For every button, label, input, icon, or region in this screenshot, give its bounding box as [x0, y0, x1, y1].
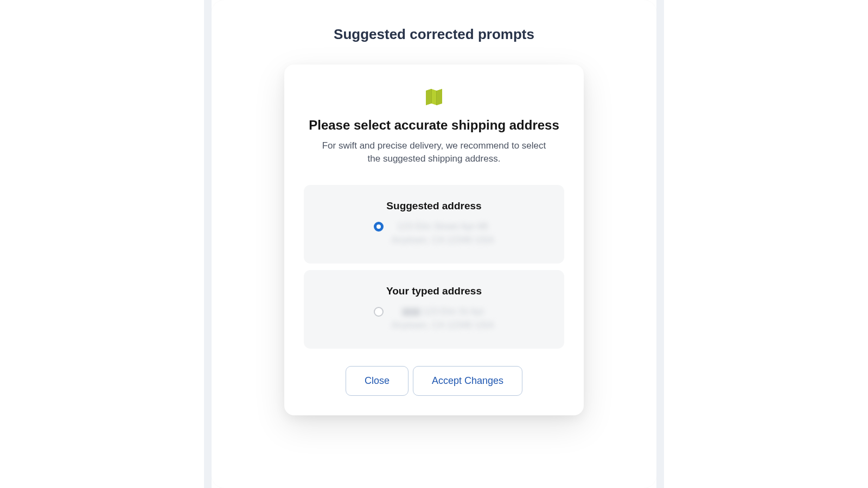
page-background: Suggested corrected prompts Please selec…	[0, 0, 868, 488]
suggested-address-title: Suggested address	[319, 200, 549, 212]
close-button[interactable]: Close	[346, 366, 409, 396]
typed-address-option[interactable]: Your typed address 123 Elm St Apt Anytow…	[304, 270, 564, 349]
typed-address-text: 123 Elm St Apt Anytown, CA 12345 USA	[391, 305, 494, 332]
map-icon	[304, 86, 564, 108]
panel-edge-left	[204, 0, 212, 488]
modal-subtext: For swift and precise delivery, we recom…	[320, 139, 548, 165]
accept-changes-button[interactable]: Accept Changes	[413, 366, 522, 396]
typed-address-title: Your typed address	[319, 285, 549, 297]
suggested-address-text: 123 Elm Street Apt 4B Anytown, CA 12345 …	[391, 220, 494, 247]
address-modal: Please select accurate shipping address …	[284, 65, 584, 415]
suggested-address-radio[interactable]	[374, 222, 384, 232]
panel-edge-right	[656, 0, 664, 488]
suggested-address-option[interactable]: Suggested address 123 Elm Street Apt 4B …	[304, 185, 564, 264]
modal-heading: Please select accurate shipping address	[304, 118, 564, 133]
outer-panel: Suggested corrected prompts Please selec…	[212, 0, 656, 488]
typed-address-radio[interactable]	[374, 307, 384, 317]
modal-button-row: Close Accept Changes	[304, 366, 564, 396]
page-title: Suggested corrected prompts	[233, 26, 635, 43]
